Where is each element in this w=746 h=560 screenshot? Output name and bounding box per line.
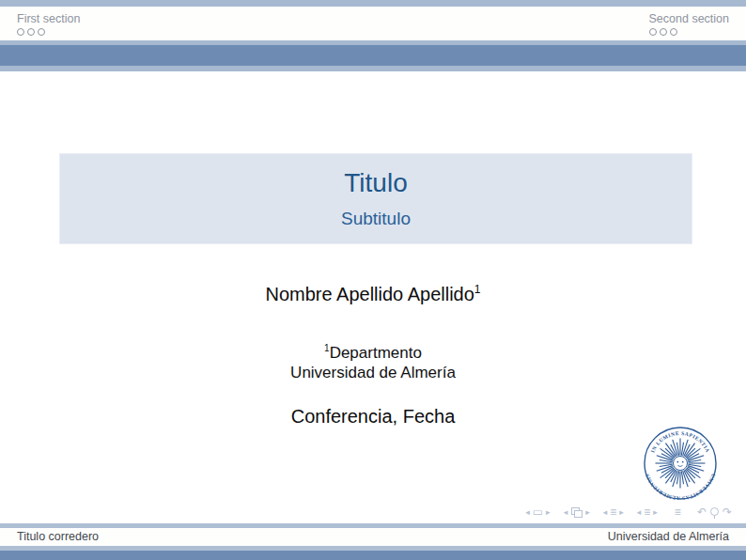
frame-dot[interactable]: [649, 28, 657, 36]
search-icon[interactable]: [709, 506, 720, 519]
institute-department: Departmento: [330, 344, 422, 362]
headline-bar: First section Second section: [0, 7, 746, 40]
back-icon[interactable]: ↶: [697, 505, 707, 520]
forward-icon[interactable]: ↷: [723, 505, 732, 520]
frame-dot[interactable]: [38, 28, 45, 36]
section-nav-second[interactable]: Second section: [649, 12, 729, 36]
institute-university: Universidad de Almería: [0, 363, 746, 383]
top-edge-bar: [0, 0, 746, 7]
header-rule-light-lower: [0, 66, 746, 71]
subsection-icon[interactable]: ≡: [610, 505, 616, 520]
footline-rule-steel: [0, 551, 746, 560]
section-label-first[interactable]: First section: [17, 12, 80, 25]
miniframe-dots-first: [17, 28, 80, 36]
prev-frame-icon[interactable]: ◂: [564, 505, 568, 520]
institute-block: 1Departmento Universidad de Almería: [0, 338, 746, 383]
section-icon[interactable]: ≡: [644, 505, 650, 520]
institute-department-line: 1Departmento: [0, 338, 746, 363]
seal-face-eye: [676, 461, 678, 463]
prev-slide-icon[interactable]: ◂: [525, 505, 530, 520]
frame-dot[interactable]: [660, 28, 667, 36]
footline: Titulo corredero Universidad de Almería: [0, 528, 746, 546]
frame-dot[interactable]: [27, 28, 35, 36]
navigation-symbols: ◂ ▭ ▸ ◂ ▸ ◂ ≡ ▸ ◂ ≡ ▸ ≡ ↶ ↷: [523, 505, 733, 520]
author-line: Nombre Apellido Apellido1: [0, 283, 746, 305]
title-block: Titulo Subtitulo: [59, 153, 692, 244]
miniframe-dots-second: [649, 28, 729, 36]
prev-subsection-icon[interactable]: ◂: [603, 505, 608, 520]
university-seal-logo: IN LUMINE SAPIENTIA UNIVERSITAS ALMERIEN…: [643, 426, 718, 501]
appendix-icon[interactable]: ≡: [675, 505, 681, 520]
slide-subtitle: Subtitulo: [60, 207, 692, 231]
frame-dot[interactable]: [17, 28, 24, 36]
footline-institution: Universidad de Almería: [608, 530, 729, 543]
beamer-slide: First section Second section Titulo Subt…: [0, 0, 746, 560]
author-affiliation-mark: 1: [474, 283, 481, 296]
conference-date: Conferencia, Fecha: [0, 406, 746, 428]
next-section-icon[interactable]: ▸: [653, 505, 658, 520]
next-frame-icon[interactable]: ▸: [585, 505, 590, 520]
section-label-second[interactable]: Second section: [649, 12, 729, 25]
frame-dot[interactable]: [670, 28, 677, 36]
prev-section-icon[interactable]: ◂: [637, 505, 642, 520]
slide-title: Titulo: [60, 166, 692, 200]
seal-sun-face: [674, 457, 688, 471]
next-subsection-icon[interactable]: ▸: [619, 505, 624, 520]
seal-face-eye: [682, 461, 684, 463]
next-slide-icon[interactable]: ▸: [546, 505, 551, 520]
slide-icon[interactable]: ▭: [533, 505, 543, 520]
header-rule-steel: [0, 45, 746, 66]
author-name: Nombre Apellido Apellido: [265, 284, 474, 304]
section-nav-first[interactable]: First section: [17, 12, 80, 36]
frame-icon[interactable]: [571, 507, 582, 518]
footline-short-title: Titulo corredero: [17, 530, 99, 543]
